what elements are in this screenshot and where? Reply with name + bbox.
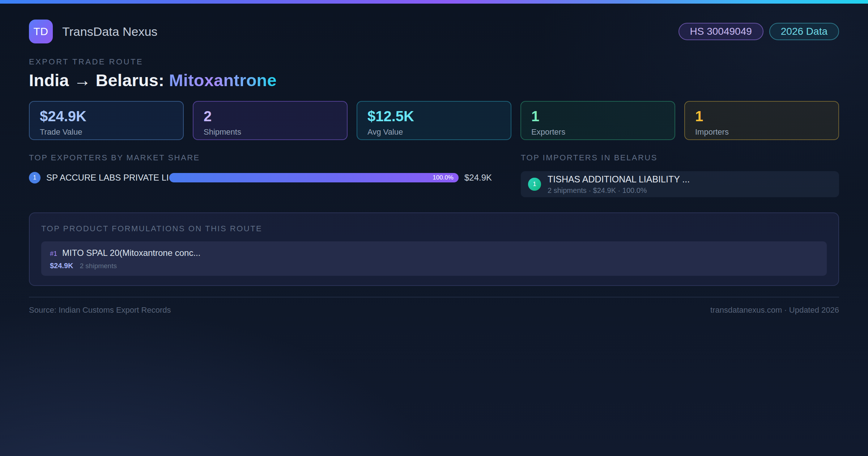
stat-card-exporters: 1 Exporters <box>520 101 675 140</box>
importer-name: TISHAS ADDITIONAL LIABILITY ... <box>548 174 690 185</box>
page-container: TD TransData Nexus HS 30049049 2026 Data… <box>0 20 868 315</box>
stat-card-importers: 1 Importers <box>684 101 839 140</box>
stat-value: 2 <box>204 108 337 124</box>
brand-logo-text: TD <box>34 25 48 38</box>
hs-code-badge[interactable]: HS 30049049 <box>678 23 763 40</box>
product-shipments: 2 shipments <box>80 262 117 270</box>
importers-heading: TOP IMPORTERS IN BELARUS <box>521 153 839 162</box>
importer-row[interactable]: 1 TISHAS ADDITIONAL LIABILITY ... 2 ship… <box>521 171 839 197</box>
stat-label: Trade Value <box>40 127 173 137</box>
exporter-row[interactable]: 1 SP ACCURE LABS PRIVATE LIM... 100.0% $… <box>29 172 505 183</box>
products-heading: TOP PRODUCT FORMULATIONS ON THIS ROUTE <box>41 224 827 233</box>
rank-number: 1 <box>33 174 37 181</box>
product-value: $24.9K <box>50 262 73 270</box>
product-rank: #1 <box>50 250 57 258</box>
page-title-route: India → Belarus: <box>29 71 169 90</box>
page-title-product: Mitoxantrone <box>169 71 276 90</box>
product-name: MITO SPAL 20(Mitoxantrone conc... <box>62 248 200 258</box>
product-meta-line: $24.9K 2 shipments <box>50 262 818 270</box>
hs-code-badge-label: HS 30049049 <box>690 26 752 37</box>
page-eyebrow: EXPORT TRADE ROUTE <box>29 57 839 67</box>
importer-info: TISHAS ADDITIONAL LIABILITY ... 2 shipme… <box>548 174 690 195</box>
importer-meta: 2 shipments · $24.9K · 100.0% <box>548 186 690 195</box>
stat-label: Importers <box>695 127 828 137</box>
stat-label: Avg Value <box>367 127 501 137</box>
product-row[interactable]: #1 MITO SPAL 20(Mitoxantrone conc... $24… <box>41 241 827 276</box>
stat-value: 1 <box>695 108 828 124</box>
two-column-section: TOP EXPORTERS BY MARKET SHARE 1 SP ACCUR… <box>29 153 839 197</box>
footer-site: transdatanexus.com · Updated 2026 <box>710 305 839 315</box>
market-share-bar-track: 100.0% <box>169 173 459 182</box>
footer: Source: Indian Customs Export Records tr… <box>29 297 839 315</box>
brand: TD TransData Nexus <box>29 20 157 43</box>
stat-card-avg-value: $12.5K Avg Value <box>357 101 511 140</box>
market-share-bar: 100.0% <box>169 173 459 182</box>
rank-badge: 1 <box>528 178 541 191</box>
header: TD TransData Nexus HS 30049049 2026 Data <box>29 20 839 43</box>
stat-cards: $24.9K Trade Value 2 Shipments $12.5K Av… <box>29 101 839 140</box>
exporters-section: TOP EXPORTERS BY MARKET SHARE 1 SP ACCUR… <box>29 153 505 197</box>
market-share-percent: 100.0% <box>433 174 459 181</box>
footer-source: Source: Indian Customs Export Records <box>29 305 171 315</box>
stat-value: $12.5K <box>367 108 501 124</box>
brand-name: TransData Nexus <box>62 25 157 39</box>
exporters-heading: TOP EXPORTERS BY MARKET SHARE <box>29 153 505 162</box>
product-formulations-panel: TOP PRODUCT FORMULATIONS ON THIS ROUTE #… <box>29 212 839 286</box>
data-year-badge-label: 2026 Data <box>781 26 827 37</box>
page-title: India → Belarus: Mitoxantrone <box>29 70 839 90</box>
stat-value: 1 <box>531 108 664 124</box>
stat-card-shipments: 2 Shipments <box>193 101 348 140</box>
importers-section: TOP IMPORTERS IN BELARUS 1 TISHAS ADDITI… <box>521 153 839 197</box>
stat-label: Exporters <box>531 127 664 137</box>
rank-badge: 1 <box>29 172 41 183</box>
rank-number: 1 <box>533 181 536 188</box>
top-accent-bar <box>0 0 868 4</box>
stat-label: Shipments <box>204 127 337 137</box>
stat-value: $24.9K <box>40 108 173 124</box>
product-title-line: #1 MITO SPAL 20(Mitoxantrone conc... <box>50 248 818 258</box>
stat-card-trade-value: $24.9K Trade Value <box>29 101 184 140</box>
exporter-trade-value: $24.9K <box>464 173 492 183</box>
header-badges: HS 30049049 2026 Data <box>678 23 839 40</box>
exporter-name: SP ACCURE LABS PRIVATE LIM... <box>46 173 169 183</box>
data-year-badge[interactable]: 2026 Data <box>769 23 839 40</box>
brand-logo: TD <box>29 20 53 43</box>
